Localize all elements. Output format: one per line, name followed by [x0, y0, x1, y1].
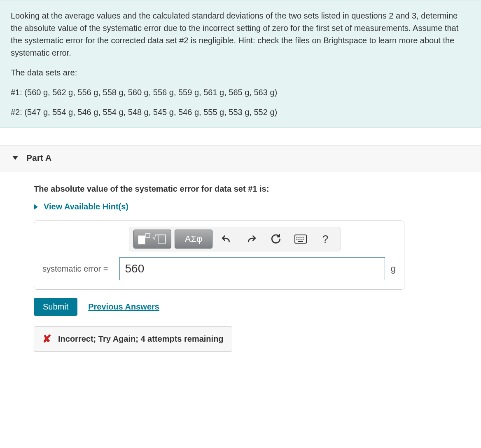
feedback-box: ✘ Incorrect; Try Again; 4 attempts remai…	[34, 326, 232, 352]
reset-button[interactable]	[265, 230, 287, 249]
undo-icon	[221, 234, 232, 244]
keyboard-button[interactable]	[290, 230, 311, 249]
caret-right-icon	[34, 204, 38, 210]
answer-panel: √ ΑΣφ	[34, 220, 404, 290]
svg-point-8	[301, 237, 302, 238]
part-a-title: Part A	[26, 153, 51, 163]
answer-input[interactable]	[119, 257, 385, 280]
submit-button[interactable]: Submit	[34, 298, 77, 316]
answer-input-row: systematic error = g	[42, 257, 396, 280]
math-template-button[interactable]: √	[133, 230, 171, 249]
part-a-body: The absolute value of the systematic err…	[0, 172, 481, 364]
actions-row: Submit Previous Answers	[34, 298, 470, 316]
answer-label: systematic error =	[42, 264, 108, 274]
view-hints-label: View Available Hint(s)	[44, 202, 128, 211]
greek-letters-label: ΑΣφ	[185, 234, 203, 244]
data-set-2: #2: (547 g, 554 g, 546 g, 554 g, 548 g, …	[11, 106, 470, 118]
svg-text:√: √	[152, 234, 156, 241]
keyboard-icon	[294, 235, 307, 244]
help-icon: ?	[322, 233, 328, 246]
redo-button[interactable]	[240, 230, 262, 249]
svg-point-13	[303, 239, 304, 240]
undo-button[interactable]	[216, 230, 237, 249]
greek-letters-button[interactable]: ΑΣφ	[175, 230, 212, 249]
svg-rect-1	[146, 233, 150, 237]
svg-point-10	[297, 239, 298, 240]
svg-rect-0	[138, 236, 145, 244]
previous-answers-link[interactable]: Previous Answers	[88, 302, 159, 312]
svg-point-7	[299, 237, 300, 238]
math-template-icon: √	[138, 232, 167, 246]
svg-rect-14	[298, 241, 303, 242]
answer-unit-label: g	[391, 263, 396, 274]
equation-toolbar: √ ΑΣφ	[129, 227, 341, 251]
data-set-1: #1: (560 g, 562 g, 556 g, 558 g, 560 g, …	[11, 86, 470, 99]
svg-point-11	[299, 239, 300, 240]
svg-rect-3	[158, 235, 166, 243]
data-sets-label: The data sets are:	[11, 66, 470, 79]
help-button[interactable]: ?	[315, 230, 336, 249]
question-header: Looking at the average values and the ca…	[0, 0, 481, 128]
view-hints-toggle[interactable]: View Available Hint(s)	[34, 202, 470, 211]
part-a-section: Part A The absolute value of the systema…	[0, 145, 481, 364]
reset-icon	[271, 234, 281, 244]
svg-point-12	[301, 239, 302, 240]
part-a-header[interactable]: Part A	[0, 145, 481, 172]
incorrect-icon: ✘	[42, 333, 51, 345]
part-a-prompt: The absolute value of the systematic err…	[34, 184, 470, 194]
question-intro: Looking at the average values and the ca…	[11, 9, 470, 59]
caret-down-icon	[12, 156, 18, 160]
redo-icon	[246, 234, 257, 244]
svg-point-9	[303, 237, 304, 238]
svg-point-6	[297, 237, 298, 238]
feedback-text: Incorrect; Try Again; 4 attempts remaini…	[58, 334, 224, 344]
